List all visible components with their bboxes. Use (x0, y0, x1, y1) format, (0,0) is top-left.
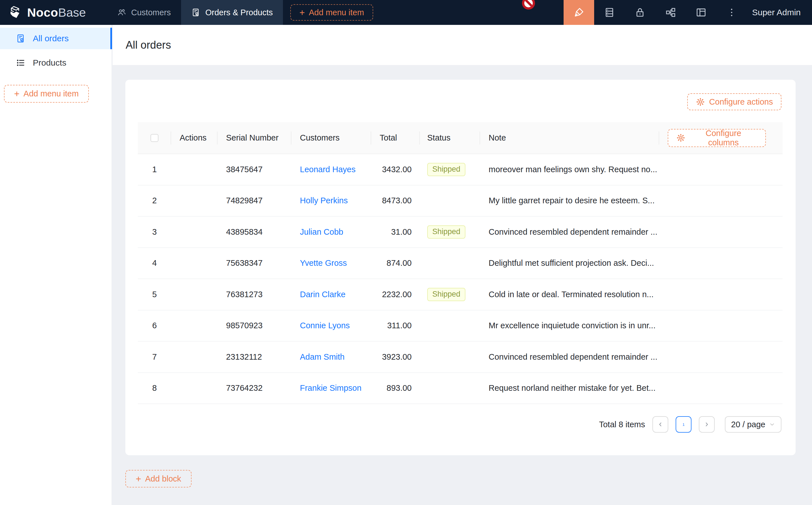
page-title: All orders (126, 39, 171, 51)
serial-number-cell: 98570923 (218, 321, 291, 330)
header-customers: Customers (291, 122, 371, 154)
orders-table: Actions Serial Number Customers Total St… (138, 122, 783, 404)
pagination-total: Total 8 items (599, 420, 645, 429)
row-index: 2 (138, 196, 171, 205)
layout-icon[interactable] (686, 0, 716, 25)
header-total: Total (371, 122, 420, 154)
status-badge: Shipped (427, 225, 465, 239)
brand-name-light: Base (58, 6, 86, 19)
page-content: Configure actions Actions Serial Number … (113, 65, 812, 505)
nocobase-logo[interactable]: NocoBase (0, 0, 97, 25)
table-header-row: Actions Serial Number Customers Total St… (138, 122, 783, 154)
status-badge: Shipped (427, 288, 465, 301)
nocobase-cube-icon (8, 5, 23, 20)
gear-icon (676, 133, 686, 143)
sidebar-item-label: All orders (33, 34, 69, 43)
customer-link[interactable]: Connie Lyons (300, 321, 350, 330)
main-area: All orders Configure actions (113, 25, 812, 505)
add-menu-item-label: Add menu item (309, 8, 364, 17)
row-index: 5 (138, 290, 171, 299)
ui-editor-highlighter-icon[interactable] (564, 0, 594, 25)
note-cell: Convinced resembled dependent remainder … (480, 227, 659, 237)
orders-table-card: Configure actions Actions Serial Number … (125, 80, 796, 455)
table-row: 1 38475647 Leonard Hayes 3432.00 Shipped… (138, 154, 783, 185)
configure-columns-label: Configure columns (689, 129, 758, 147)
note-cell: Convinced resembled dependent remainder … (480, 352, 659, 362)
workflow-icon[interactable] (655, 0, 686, 25)
customer-link[interactable]: Darin Clarke (300, 290, 346, 299)
total-cell: 311.00 (371, 321, 420, 330)
page-size-value: 20 / page (731, 420, 765, 429)
pagination-prev-button[interactable] (652, 416, 668, 433)
customer-link[interactable]: Leonard Hayes (300, 165, 356, 174)
list-icon (16, 58, 25, 67)
page-size-select[interactable]: 20 / page (725, 416, 782, 433)
total-cell: 3432.00 (371, 165, 420, 174)
table-row: 2 74829847 Holly Perkins 8473.00 My litt… (138, 185, 783, 217)
sidebar-item-products[interactable]: Products (0, 52, 112, 73)
row-index: 3 (138, 227, 171, 237)
serial-number-cell: 38475647 (218, 165, 291, 174)
customer-link[interactable]: Frankie Simpson (300, 383, 362, 392)
collections-icon[interactable] (594, 0, 625, 25)
customer-link[interactable]: Holly Perkins (300, 196, 348, 205)
table-row: 6 98570923 Connie Lyons 311.00 Mr excell… (138, 311, 783, 342)
note-cell: Request norland neither mistake for yet.… (480, 383, 659, 393)
menu-item-orders-products[interactable]: Orders & Products (181, 0, 283, 25)
user-menu[interactable]: Super Admin (747, 0, 812, 25)
header-select-cell (138, 122, 171, 154)
row-index: 6 (138, 321, 171, 330)
total-cell: 8473.00 (371, 196, 420, 205)
plus-icon: + (14, 89, 19, 99)
pagination-page-1-button[interactable]: 1 (676, 416, 691, 433)
lock-icon[interactable] (625, 0, 655, 25)
configure-actions-label: Configure actions (709, 97, 773, 107)
chevron-down-icon (769, 421, 775, 428)
table-row: 5 76381273 Darin Clarke 2232.00 Shipped … (138, 279, 783, 311)
serial-number-cell: 75638347 (218, 259, 291, 268)
table-row: 3 43895834 Julian Cobb 31.00 Shipped Con… (138, 216, 783, 248)
note-cell: Delightful met sufficient projection ask… (480, 259, 659, 268)
serial-number-cell: 76381273 (218, 290, 291, 299)
top-navbar: NocoBase Customers Orders & Products + (0, 0, 812, 25)
plus-icon: + (299, 8, 305, 17)
row-index: 4 (138, 259, 171, 268)
row-index: 8 (138, 383, 171, 393)
header-actions: Actions (171, 122, 218, 154)
configure-columns-button[interactable]: Configure columns (668, 129, 766, 147)
status-badge: Shipped (427, 163, 465, 176)
header-status: Status (420, 122, 480, 154)
row-index: 1 (138, 165, 171, 174)
add-block-button[interactable]: + Add block (125, 470, 191, 488)
configure-actions-button[interactable]: Configure actions (687, 93, 782, 110)
header-note: Note (480, 122, 659, 154)
total-cell: 31.00 (371, 227, 420, 237)
more-ellipsis-icon[interactable] (716, 0, 747, 25)
plus-icon: + (136, 474, 141, 484)
select-all-checkbox[interactable] (150, 134, 158, 142)
serial-number-cell: 73764232 (218, 383, 291, 393)
total-cell: 3923.00 (371, 352, 420, 362)
menu-item-customers[interactable]: Customers (107, 0, 181, 25)
blocked-cursor-icon (522, 0, 535, 10)
brand-name-bold: Noco (27, 6, 58, 19)
order-check-icon (191, 8, 200, 17)
serial-number-cell: 74829847 (218, 196, 291, 205)
sidebar-add-menu-item-button[interactable]: + Add menu item (4, 85, 89, 103)
total-cell: 893.00 (371, 383, 420, 393)
customer-link[interactable]: Adam Smith (300, 352, 345, 361)
customer-link[interactable]: Julian Cobb (300, 227, 343, 236)
gear-icon (696, 97, 705, 107)
sidebar-item-all-orders[interactable]: All orders (0, 28, 112, 49)
serial-number-cell: 43895834 (218, 227, 291, 237)
serial-number-cell: 23132112 (218, 352, 291, 362)
note-cell: moreover man feelings own shy. Request n… (480, 165, 659, 174)
menu-item-label: Customers (131, 8, 171, 17)
note-cell: Mr excellence inquietude conviction is i… (480, 321, 659, 330)
header-configure-cell: Configure columns (659, 122, 783, 154)
navbar-add-menu-item-button[interactable]: + Add menu item (290, 4, 373, 21)
total-cell: 2232.00 (371, 290, 420, 299)
total-cell: 874.00 (371, 259, 420, 268)
customer-link[interactable]: Yvette Gross (300, 259, 347, 268)
pagination-next-button[interactable] (699, 416, 715, 433)
